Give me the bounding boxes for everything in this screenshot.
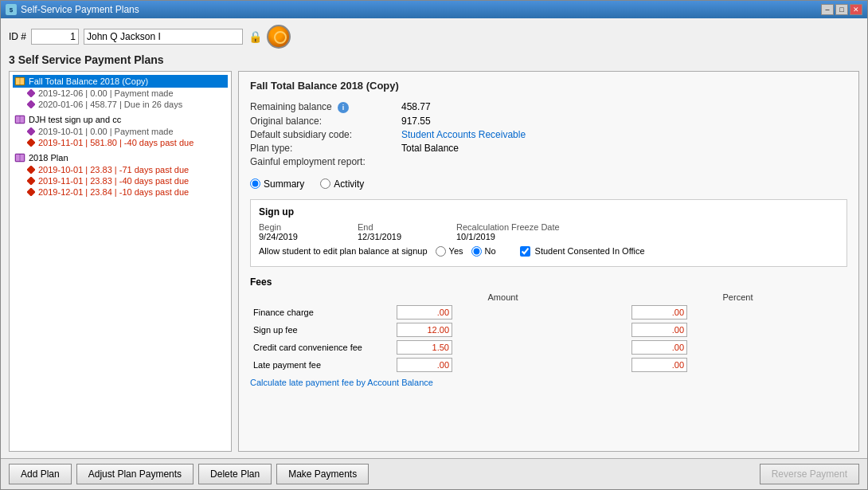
plan-3-child-1[interactable]: 2019-10-01 | 23.83 | -71 days past due [13,164,228,175]
delete-plan-button[interactable]: Delete Plan [198,464,272,484]
activity-tab[interactable]: Activity [320,178,364,190]
signup-section: Sign up Begin 9/24/2019 End 12/31/2019 R… [250,199,847,267]
plan-1-child-1[interactable]: 2019-12-06 | 0.00 | Payment made [13,88,228,99]
photo-button[interactable] [267,25,291,49]
fee-amount-0[interactable] [397,305,452,319]
reverse-payment-button[interactable]: Reverse Payment [760,464,859,484]
diamond-icon-3a [27,166,35,174]
diamond-icon-3c [27,188,35,196]
content-area: ID # 🔒 3 Self Service Payment Plans Fall… [1,18,867,458]
signup-title: Sign up [259,206,839,218]
plan-3-child-2[interactable]: 2019-11-01 | 23.83 | -40 days past due [13,175,228,186]
begin-label: Begin [259,222,354,232]
make-payments-button[interactable]: Make Payments [276,464,369,484]
name-input[interactable] [84,29,243,45]
svg-rect-4 [27,100,35,108]
fee-label-3: Late payment fee [250,356,393,374]
svg-rect-15 [27,188,35,196]
main-area: Fall Total Balance 2018 (Copy) 2019-12-0… [9,71,859,452]
svg-rect-14 [27,177,35,185]
plan-detail-title: Fall Total Balance 2018 (Copy) [250,80,847,92]
plan-1-label: Fall Total Balance 2018 (Copy) [29,76,148,86]
consented-label: Student Consented In Office [535,246,645,256]
book-icon-2 [14,115,25,124]
id-label: ID # [9,31,26,42]
signup-grid: Begin 9/24/2019 End 12/31/2019 Recalcula… [259,222,839,241]
plan-type-label: Plan type: [250,143,393,154]
view-tabs: Summary Activity [250,178,847,190]
activity-radio[interactable] [320,178,330,189]
no-option[interactable]: No [471,246,496,257]
fee-row-3: Late payment fee [250,356,847,374]
original-balance-value: 917.55 [401,116,847,127]
minimize-button[interactable]: – [821,4,834,15]
begin-value: 9/24/2019 [259,232,354,241]
id-input[interactable] [31,29,79,45]
plan-3-child-3[interactable]: 2019-12-01 | 23.84 | -10 days past due [13,186,228,198]
remaining-balance-value: 458.77 [401,101,847,113]
diamond-icon-1b [27,100,35,108]
plan-2-child-1[interactable]: 2019-10-01 | 0.00 | Payment made [13,126,228,137]
subsidiary-value: Student Accounts Receivable [401,129,847,140]
plan-2-child-2[interactable]: 2019-11-01 | 581.80 | -40 days past due [13,137,228,148]
fees-table: Amount Percent Finance charge Sign up fe… [250,291,847,374]
fee-label-2: Credit card convenience fee [250,339,393,356]
fee-amount-1[interactable] [397,323,452,337]
adjust-plan-button[interactable]: Adjust Plan Payments [76,464,194,484]
summary-tab[interactable]: Summary [250,178,304,190]
diamond-icon-2b [27,139,35,147]
calc-link[interactable]: Calculate late payment fee by Account Ba… [250,378,433,387]
restore-button[interactable]: □ [835,4,848,15]
no-radio[interactable] [471,246,482,257]
plan-1-child-2[interactable]: 2020-01-06 | 458.77 | Due in 26 days [13,99,228,110]
freeze-label: Recalculation Freeze Date [456,222,616,232]
diamond-icon-2a [27,127,35,135]
svg-rect-8 [27,127,35,135]
svg-rect-3 [27,89,35,97]
svg-rect-13 [27,166,35,174]
fee-label-1: Sign up fee [250,321,393,339]
yes-option[interactable]: Yes [436,246,463,257]
plan-item-3[interactable]: 2018 Plan [13,151,228,164]
book-icon-1 [14,76,25,86]
fee-percent-2[interactable] [631,340,687,355]
title-bar: $ Self-Service Payment Plans – □ ✕ [1,1,867,18]
detail-panel: Fall Total Balance 2018 (Copy) Remaining… [238,71,859,452]
fee-label-0: Finance charge [250,304,393,321]
freeze-value: 10/1/2019 [456,232,616,241]
plans-tree: Fall Total Balance 2018 (Copy) 2019-12-0… [9,71,232,452]
info-grid: Remaining balance i 458.77 Original bala… [250,101,847,167]
gainful-employment-value [401,156,847,167]
section-title: 3 Self Service Payment Plans [9,53,859,66]
plan-item-2[interactable]: DJH test sign up and cc [13,113,228,126]
main-window: $ Self-Service Payment Plans – □ ✕ ID # … [0,0,868,490]
book-icon-3 [14,153,25,163]
fee-amount-2[interactable] [397,340,452,355]
fees-section: Fees Amount Percent Finance charge [250,276,847,388]
fee-percent-0[interactable] [631,305,687,319]
add-plan-button[interactable]: Add Plan [9,464,72,484]
subsidiary-label: Default subsidiary code: [250,129,393,140]
fee-row-1: Sign up fee [250,321,847,339]
summary-radio[interactable] [250,178,260,189]
fee-percent-3[interactable] [631,358,687,372]
fee-percent-1[interactable] [631,323,687,337]
fee-row-2: Credit card convenience fee [250,339,847,356]
consented-row[interactable]: Student Consented In Office [520,246,645,257]
diamond-icon-3b [27,177,35,185]
fee-amount-3[interactable] [397,358,452,372]
end-value: 12/31/2019 [358,232,453,241]
id-row: ID # 🔒 [9,25,859,49]
amount-col-header: Amount [393,291,612,304]
percent-col-header: Percent [628,291,847,304]
plan-2-label: DJH test sign up and cc [29,115,121,124]
consented-checkbox[interactable] [520,246,530,257]
yes-radio[interactable] [436,246,446,257]
close-button[interactable]: ✕ [850,4,862,15]
original-balance-label: Original balance: [250,116,393,127]
plan-3-label: 2018 Plan [29,153,68,163]
info-icon[interactable]: i [338,102,349,113]
gainful-employment-label: Gainful employment report: [250,156,393,167]
plan-item-1[interactable]: Fall Total Balance 2018 (Copy) [13,75,228,88]
allow-edit-row: Allow student to edit plan balance at si… [259,246,839,257]
